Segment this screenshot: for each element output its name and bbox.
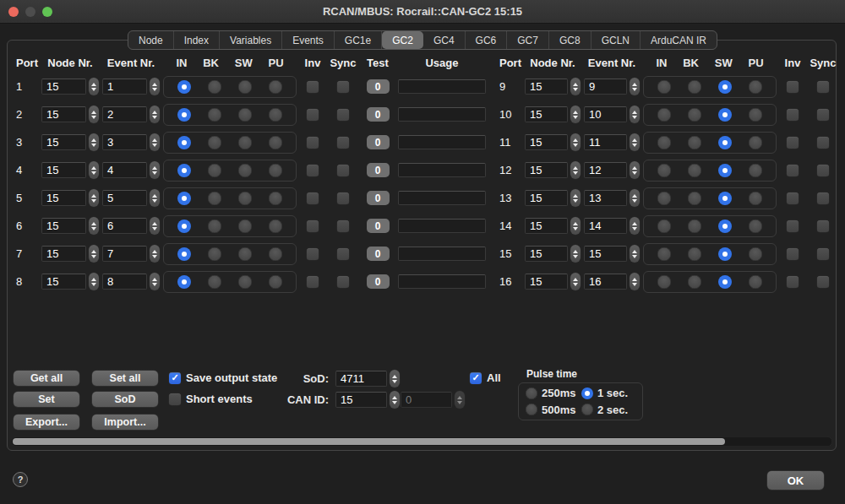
export-button[interactable]: Export... <box>14 415 79 430</box>
event-nr-input[interactable]: 4 <box>102 162 147 178</box>
event-nr-input[interactable]: 1 <box>102 79 147 95</box>
scrollbar-thumb[interactable] <box>13 438 725 445</box>
event-nr-stepper-buttons[interactable] <box>150 217 160 235</box>
pulse-2-sec--radio[interactable] <box>581 404 593 415</box>
node-nr-input[interactable]: 15 <box>525 79 568 95</box>
radio-in[interactable] <box>657 219 671 233</box>
radio-bk[interactable] <box>208 247 221 261</box>
radio-sw[interactable] <box>238 275 252 289</box>
radio-pu[interactable] <box>749 192 762 205</box>
event-nr-input[interactable]: 8 <box>102 274 147 290</box>
event-nr-stepper-buttons[interactable] <box>150 106 160 123</box>
node-nr-stepper-buttons[interactable] <box>89 217 99 235</box>
usage-field[interactable] <box>398 163 486 177</box>
radio-sw[interactable] <box>238 219 252 233</box>
event-nr-stepper-buttons[interactable] <box>150 78 160 95</box>
radio-in[interactable] <box>657 192 671 205</box>
node-nr-stepper-buttons[interactable] <box>89 273 99 290</box>
inv-checkbox[interactable] <box>307 248 319 260</box>
radio-sw[interactable] <box>718 219 732 233</box>
sync-checkbox[interactable] <box>337 276 349 288</box>
radio-pu[interactable] <box>269 80 282 94</box>
node-nr-input[interactable]: 15 <box>41 274 86 290</box>
node-nr-input[interactable]: 15 <box>41 246 86 262</box>
inv-checkbox[interactable] <box>787 109 799 121</box>
node-nr-stepper-buttons[interactable] <box>570 78 581 95</box>
radio-pu[interactable] <box>749 247 762 261</box>
inv-checkbox[interactable] <box>307 81 319 93</box>
event-nr-stepper-buttons[interactable] <box>630 133 640 151</box>
event-nr-input[interactable]: 3 <box>102 134 147 150</box>
radio-sw[interactable] <box>718 108 732 122</box>
minimize-button[interactable] <box>25 7 35 17</box>
sync-checkbox[interactable] <box>817 165 829 176</box>
radio-bk[interactable] <box>208 80 221 94</box>
radio-pu[interactable] <box>749 275 762 289</box>
radio-sw[interactable] <box>718 192 732 205</box>
inv-checkbox[interactable] <box>307 137 319 149</box>
radio-sw[interactable] <box>238 192 252 205</box>
inv-checkbox[interactable] <box>787 165 799 176</box>
usage-field[interactable] <box>398 107 486 122</box>
inv-checkbox[interactable] <box>787 276 799 288</box>
node-nr-stepper-buttons[interactable] <box>89 245 99 263</box>
short-events-checkbox[interactable] <box>169 393 181 405</box>
sync-checkbox[interactable] <box>337 109 349 121</box>
radio-in[interactable] <box>657 275 671 289</box>
radio-bk[interactable] <box>208 108 221 122</box>
sync-checkbox[interactable] <box>817 109 829 121</box>
node-nr-input[interactable]: 15 <box>525 246 568 262</box>
can-id-input[interactable]: 15 <box>335 392 387 408</box>
radio-in[interactable] <box>657 247 671 261</box>
radio-sw[interactable] <box>718 80 732 94</box>
sync-checkbox[interactable] <box>337 192 349 204</box>
event-nr-stepper-buttons[interactable] <box>150 133 160 151</box>
event-nr-stepper-buttons[interactable] <box>630 78 640 95</box>
tab-index[interactable]: Index <box>174 31 220 49</box>
event-nr-stepper-buttons[interactable] <box>630 189 640 207</box>
tab-gcln[interactable]: GCLN <box>592 31 641 49</box>
pulse-250ms-radio[interactable] <box>526 387 537 399</box>
inv-checkbox[interactable] <box>787 220 799 232</box>
sync-checkbox[interactable] <box>337 220 349 232</box>
event-nr-stepper-buttons[interactable] <box>630 245 640 263</box>
node-nr-stepper-buttons[interactable] <box>570 189 581 207</box>
tab-gc8[interactable]: GC8 <box>549 31 592 49</box>
node-nr-stepper-buttons[interactable] <box>570 133 581 151</box>
usage-field[interactable] <box>398 79 486 94</box>
inv-checkbox[interactable] <box>307 192 319 204</box>
pulse-1-sec--radio[interactable] <box>581 387 593 399</box>
event-nr-stepper-buttons[interactable] <box>150 161 160 179</box>
inv-checkbox[interactable] <box>307 109 319 121</box>
event-nr-stepper-buttons[interactable] <box>630 273 640 290</box>
radio-bk[interactable] <box>688 219 701 233</box>
radio-pu[interactable] <box>269 108 282 122</box>
radio-in[interactable] <box>177 164 191 177</box>
inv-checkbox[interactable] <box>307 165 319 176</box>
get-all-button[interactable]: Get all <box>14 371 79 386</box>
event-nr-stepper-buttons[interactable] <box>630 106 640 123</box>
event-nr-stepper-buttons[interactable] <box>630 217 640 235</box>
tab-gc6[interactable]: GC6 <box>466 31 508 49</box>
zoom-button[interactable] <box>42 7 52 17</box>
radio-sw[interactable] <box>718 164 732 177</box>
event-nr-input[interactable]: 10 <box>584 106 627 122</box>
radio-in[interactable] <box>177 219 191 233</box>
node-nr-input[interactable]: 15 <box>41 134 86 150</box>
save-output-state-checkbox[interactable] <box>169 372 181 384</box>
usage-field[interactable] <box>398 135 486 149</box>
inv-checkbox[interactable] <box>787 137 799 149</box>
tab-node[interactable]: Node <box>128 31 174 49</box>
event-nr-stepper-buttons[interactable] <box>150 189 160 207</box>
radio-pu[interactable] <box>269 136 282 149</box>
sync-checkbox[interactable] <box>817 81 829 93</box>
node-nr-stepper-buttons[interactable] <box>89 161 99 179</box>
radio-pu[interactable] <box>269 275 282 289</box>
set-button[interactable]: Set <box>14 392 79 407</box>
event-nr-input[interactable]: 14 <box>584 218 627 234</box>
radio-in[interactable] <box>657 164 671 177</box>
radio-bk[interactable] <box>208 275 221 289</box>
sync-checkbox[interactable] <box>337 165 349 176</box>
radio-in[interactable] <box>177 136 191 149</box>
sync-checkbox[interactable] <box>817 248 829 260</box>
